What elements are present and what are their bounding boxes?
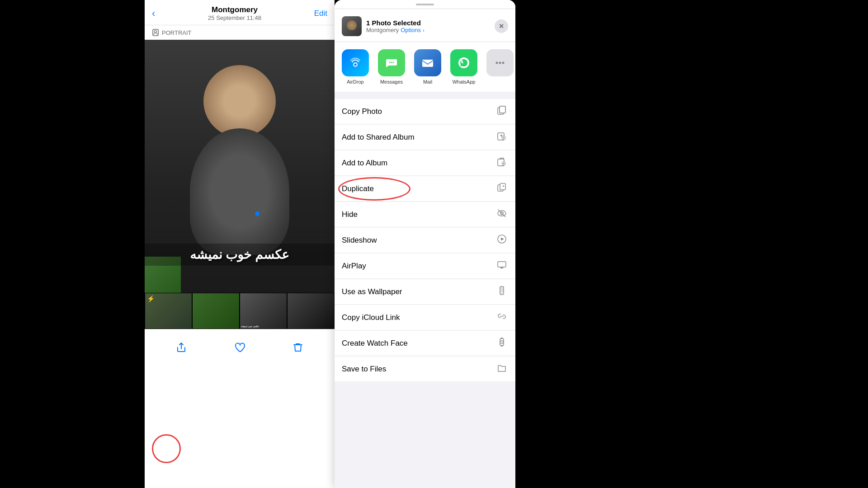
close-button[interactable]: ✕ bbox=[495, 19, 508, 33]
svg-point-9 bbox=[496, 62, 498, 64]
delete-button[interactable] bbox=[288, 338, 308, 357]
photo-title: Montgomery bbox=[208, 5, 261, 14]
portrait-icon bbox=[152, 29, 159, 36]
copy-photo-label: Copy Photo bbox=[342, 107, 382, 116]
svg-point-5 bbox=[391, 62, 392, 63]
portrait-text: PORTRAIT bbox=[162, 29, 192, 36]
watch-face-label: Create Watch Face bbox=[342, 339, 408, 348]
svg-rect-25 bbox=[498, 262, 506, 267]
avatar bbox=[342, 16, 362, 36]
watch-face-item[interactable]: Create Watch Face bbox=[335, 331, 515, 356]
panel-scroll-area: Copy Photo Add to Shared Album bbox=[335, 99, 515, 488]
divider-1 bbox=[335, 95, 515, 99]
wallpaper-item[interactable]: Use as Wallpaper bbox=[335, 279, 515, 305]
duplicate-item[interactable]: Duplicate bbox=[335, 176, 515, 202]
back-button[interactable]: ‹ bbox=[152, 8, 155, 19]
more-icon bbox=[486, 49, 514, 76]
filmstrip-bolt-icon: ⚡ bbox=[147, 295, 155, 302]
airplay-item[interactable]: AirPlay bbox=[335, 253, 515, 279]
messages-label: Messages bbox=[380, 79, 403, 84]
share-circle-annotation bbox=[152, 434, 181, 463]
menu-list: Copy Photo Add to Shared Album bbox=[335, 99, 515, 381]
duplicate-icon bbox=[495, 183, 508, 195]
photo-display: عکسم خوب نمیشه bbox=[145, 40, 335, 293]
svg-rect-31 bbox=[501, 345, 503, 347]
share-app-mail[interactable]: Mail bbox=[414, 49, 441, 84]
blue-dot bbox=[255, 211, 259, 216]
add-shared-album-label: Add to Shared Album bbox=[342, 133, 415, 142]
svg-rect-30 bbox=[501, 338, 503, 339]
duplicate-label: Duplicate bbox=[342, 184, 374, 193]
trash-icon bbox=[292, 342, 303, 353]
copy-photo-item[interactable]: Copy Photo bbox=[335, 99, 515, 124]
save-files-item[interactable]: Save to Files bbox=[335, 357, 515, 381]
edit-button[interactable]: Edit bbox=[314, 9, 327, 18]
filmstrip[interactable]: ⚡ عکسم خوب نمیشه bbox=[145, 293, 335, 329]
add-shared-album-icon bbox=[495, 131, 508, 143]
svg-point-3 bbox=[354, 64, 357, 66]
right-background bbox=[515, 0, 868, 488]
panel-handle bbox=[416, 4, 434, 5]
filmstrip-item[interactable] bbox=[287, 293, 335, 329]
add-album-item[interactable]: Add to Album bbox=[335, 150, 515, 176]
heart-icon bbox=[234, 342, 245, 353]
panel-title-area: 1 Photo Selected Montgomery Options › bbox=[366, 19, 425, 33]
favorite-button[interactable] bbox=[230, 338, 250, 357]
svg-point-11 bbox=[502, 62, 505, 64]
svg-point-1 bbox=[155, 31, 157, 33]
icloud-link-icon bbox=[495, 311, 508, 324]
selected-count-text: 1 Photo Selected bbox=[366, 19, 425, 27]
svg-rect-14 bbox=[500, 106, 505, 113]
share-app-more[interactable] bbox=[486, 49, 514, 79]
options-button[interactable]: Options bbox=[401, 27, 421, 33]
share-app-airdrop[interactable]: AirDrop bbox=[342, 49, 369, 84]
hide-label: Hide bbox=[342, 210, 358, 219]
share-icon bbox=[176, 342, 187, 353]
svg-rect-20 bbox=[500, 183, 505, 190]
hide-icon bbox=[495, 208, 508, 221]
share-app-whatsapp[interactable]: WhatsApp bbox=[450, 49, 477, 84]
phone-topbar: ‹ Montgomery 25 September 11:48 Edit bbox=[145, 0, 335, 25]
mail-label: Mail bbox=[423, 79, 432, 84]
share-app-messages[interactable]: Messages bbox=[378, 49, 405, 84]
whatsapp-icon bbox=[450, 49, 477, 76]
wallpaper-icon bbox=[495, 286, 508, 298]
panel-name-row: Montgomery Options › bbox=[366, 27, 425, 33]
options-chevron-icon: › bbox=[423, 28, 425, 33]
left-background bbox=[0, 0, 145, 488]
panel-person-name: Montgomery bbox=[366, 27, 399, 33]
filmstrip-item[interactable] bbox=[192, 293, 240, 329]
photo-arabic-text: عکسم خوب نمیشه bbox=[145, 244, 335, 266]
save-files-icon bbox=[495, 363, 508, 375]
add-album-icon bbox=[495, 157, 508, 169]
svg-point-6 bbox=[393, 62, 394, 63]
add-shared-album-item[interactable]: Add to Shared Album bbox=[335, 125, 515, 150]
icloud-link-label: Copy iCloud Link bbox=[342, 313, 400, 322]
phone-toolbar bbox=[145, 329, 335, 365]
share-button[interactable] bbox=[171, 338, 191, 357]
airplay-icon bbox=[495, 260, 508, 272]
slideshow-item[interactable]: Slideshow bbox=[335, 228, 515, 253]
slideshow-label: Slideshow bbox=[342, 236, 377, 245]
phone-screen: ‹ Montgomery 25 September 11:48 Edit POR… bbox=[145, 0, 335, 488]
svg-point-4 bbox=[389, 62, 391, 63]
share-apps-row: AirDrop Messages Mail bbox=[335, 42, 515, 95]
panel-header-left: 1 Photo Selected Montgomery Options › bbox=[342, 16, 425, 36]
svg-point-28 bbox=[501, 293, 502, 294]
share-panel: 1 Photo Selected Montgomery Options › ✕ bbox=[335, 0, 515, 488]
wallpaper-label: Use as Wallpaper bbox=[342, 287, 402, 296]
title-area: Montgomery 25 September 11:48 bbox=[208, 5, 261, 21]
filmstrip-thumb-text-3: عکسم خوب نمیشه bbox=[241, 325, 259, 328]
save-files-label: Save to Files bbox=[342, 365, 386, 374]
svg-point-10 bbox=[499, 62, 501, 64]
filmstrip-item[interactable]: عکسم خوب نمیشه bbox=[240, 293, 287, 329]
filmstrip-item[interactable]: ⚡ bbox=[145, 293, 192, 329]
hide-item[interactable]: Hide bbox=[335, 202, 515, 227]
panel-header: 1 Photo Selected Montgomery Options › ✕ bbox=[335, 9, 515, 42]
icloud-link-item[interactable]: Copy iCloud Link bbox=[335, 305, 515, 330]
panel-handle-area bbox=[335, 0, 515, 9]
svg-rect-7 bbox=[422, 60, 433, 67]
airdrop-icon bbox=[342, 49, 369, 76]
whatsapp-label: WhatsApp bbox=[453, 79, 476, 84]
slideshow-icon bbox=[495, 234, 508, 246]
